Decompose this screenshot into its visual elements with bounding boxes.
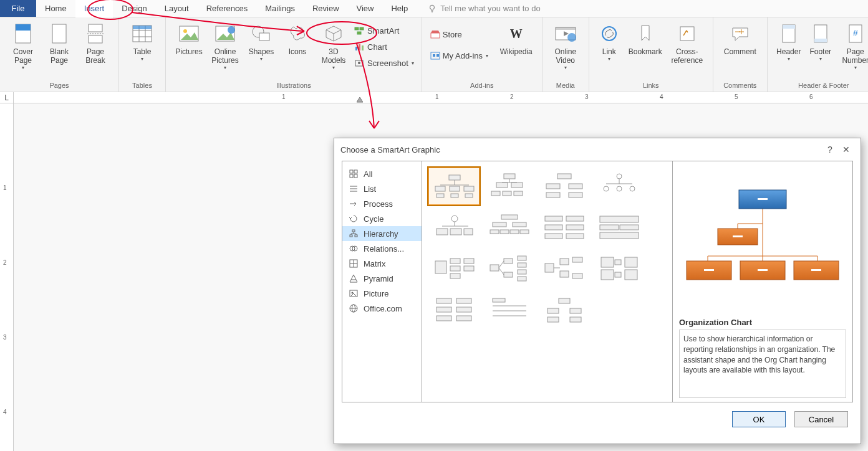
svg-rect-109	[566, 216, 584, 221]
shapes-button[interactable]: Shapes▾	[243, 20, 279, 62]
svg-rect-105	[500, 230, 509, 234]
table-button[interactable]: Table▾	[124, 20, 160, 62]
ruler-tab-selector[interactable]: L	[0, 92, 14, 103]
chart-button[interactable]: Chart	[352, 40, 417, 54]
ok-button[interactable]: OK	[732, 411, 786, 427]
group-tables: Table▾ Tables	[119, 17, 166, 92]
layout-option-1[interactable]	[483, 168, 534, 205]
tab-home[interactable]: Home	[36, 0, 75, 17]
tab-mailings[interactable]: Mailings	[256, 0, 304, 17]
icons-button[interactable]: Icons	[279, 20, 316, 56]
category-cycle[interactable]: Cycle	[342, 211, 422, 226]
comment-button[interactable]: Comment	[718, 20, 762, 56]
preview-description: Use to show hierarchical information or …	[679, 330, 846, 398]
layout-option-3[interactable]	[593, 168, 644, 205]
layout-option-10[interactable]	[538, 250, 589, 287]
layout-option-8[interactable]	[428, 250, 480, 287]
layout-option-9[interactable]	[483, 250, 534, 287]
category-hierarchy[interactable]: Hierarchy	[342, 226, 422, 241]
tab-view[interactable]: View	[348, 0, 383, 17]
svg-rect-108	[545, 216, 562, 221]
horizontal-ruler[interactable]: 1 1 2 3 4 5 6	[14, 92, 868, 103]
tab-help[interactable]: Help	[382, 0, 417, 17]
svg-rect-17	[259, 33, 269, 40]
tab-file[interactable]: File	[0, 0, 36, 17]
tell-me-search[interactable]: Tell me what you want to do	[428, 0, 540, 17]
cover-page-icon	[12, 22, 34, 45]
wikipedia-icon: W	[505, 22, 528, 45]
svg-rect-80	[503, 191, 511, 196]
svg-rect-124	[490, 265, 499, 271]
category-icon	[349, 244, 359, 254]
online-video-button[interactable]: Online Video▾	[547, 20, 584, 70]
category-pyramid[interactable]: Pyramid	[342, 271, 422, 286]
category-list[interactable]: List	[342, 181, 422, 196]
pictures-button[interactable]: Pictures	[171, 20, 207, 56]
svg-rect-22	[359, 44, 360, 50]
tab-layout[interactable]: Layout	[156, 0, 198, 17]
category-process[interactable]: Process	[342, 196, 422, 211]
link-icon	[598, 22, 620, 45]
smartart-button[interactable]: SmartArt	[352, 24, 417, 37]
category-picture[interactable]: Picture	[342, 286, 422, 301]
dialog-help-button[interactable]: ?	[822, 145, 838, 154]
category-matrix[interactable]: Matrix	[342, 256, 422, 271]
layout-option-12[interactable]	[428, 291, 480, 328]
svg-rect-121	[450, 273, 460, 278]
svg-rect-98	[464, 229, 473, 235]
layout-option-13[interactable]	[483, 291, 534, 328]
cancel-button[interactable]: Cancel	[794, 411, 848, 427]
3d-models-button[interactable]: 3D Models▾	[316, 20, 352, 70]
tab-references[interactable]: References	[198, 0, 256, 17]
svg-rect-142	[615, 272, 621, 277]
preview-pane: Organization Chart Use to show hierarchi…	[673, 161, 852, 402]
layout-thumb-icon	[432, 295, 476, 325]
cross-reference-button[interactable]: Cross- reference	[667, 20, 708, 65]
group-header-footer: Header▾ Footer▾ # Page Number▾ Header & …	[768, 17, 868, 92]
layout-option-7[interactable]	[593, 209, 644, 246]
vertical-ruler[interactable]: 1 2 3 4	[0, 103, 14, 451]
link-button[interactable]: Link▾	[594, 20, 624, 62]
tab-design[interactable]: Design	[113, 0, 155, 17]
layout-option-14[interactable]	[538, 291, 589, 328]
page-number-button[interactable]: # Page Number▾	[836, 20, 868, 70]
tab-review[interactable]: Review	[304, 0, 348, 17]
layout-option-11[interactable]	[593, 250, 644, 287]
layout-thumb-icon	[541, 171, 586, 201]
layout-option-2[interactable]	[538, 168, 589, 205]
svg-rect-74	[451, 194, 458, 197]
category-icon	[349, 214, 359, 224]
my-addins-button[interactable]: My Add-ins ▾	[427, 49, 496, 62]
svg-rect-102	[493, 222, 506, 227]
cross-reference-icon	[676, 22, 698, 45]
online-pictures-button[interactable]: Online Pictures▾	[207, 20, 243, 70]
group-title-addins: Add-ins	[470, 82, 493, 92]
category-all[interactable]: All	[342, 166, 422, 181]
screenshot-button[interactable]: Screenshot ▾	[352, 56, 417, 70]
svg-rect-49	[354, 174, 357, 178]
wikipedia-button[interactable]: W Wikipedia	[496, 20, 537, 56]
category-officecom[interactable]: Office.com	[342, 301, 422, 316]
svg-rect-170	[733, 235, 743, 237]
dialog-close-button[interactable]: ✕	[838, 145, 854, 154]
store-button[interactable]: Store	[427, 27, 496, 41]
first-line-indent-marker[interactable]	[357, 97, 363, 103]
layout-option-4[interactable]	[428, 209, 480, 246]
layout-option-5[interactable]	[483, 209, 534, 246]
layout-thumb-icon	[541, 212, 586, 242]
tab-insert[interactable]: Insert	[75, 0, 113, 17]
blank-page-button[interactable]: Blank Page	[41, 20, 77, 65]
svg-rect-116	[620, 225, 639, 230]
svg-rect-20	[357, 32, 361, 34]
layout-option-6[interactable]	[538, 209, 589, 246]
svg-rect-97	[450, 229, 461, 235]
category-relations[interactable]: Relations...	[342, 241, 422, 256]
cover-page-button[interactable]: Cover Page▾	[5, 20, 41, 70]
layout-option-0[interactable]	[428, 168, 480, 205]
svg-rect-135	[560, 259, 569, 265]
page-break-button[interactable]: Page Break	[77, 20, 113, 65]
bookmark-button[interactable]: Bookmark	[624, 20, 667, 56]
footer-button[interactable]: Footer▾	[805, 20, 836, 62]
svg-point-94	[630, 186, 635, 191]
header-button[interactable]: Header▾	[773, 20, 805, 62]
